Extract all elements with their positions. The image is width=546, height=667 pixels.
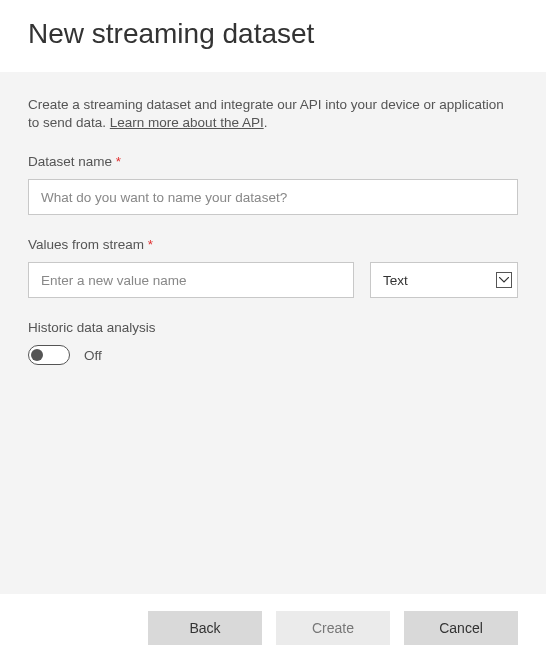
dataset-name-input[interactable] [28, 179, 518, 215]
dataset-name-group: Dataset name * [28, 154, 518, 215]
values-from-stream-label-text: Values from stream [28, 237, 144, 252]
toggle-knob-icon [31, 349, 43, 361]
chevron-down-icon [496, 272, 512, 288]
value-type-select[interactable]: Text [370, 262, 518, 298]
required-marker: * [148, 237, 153, 252]
values-from-stream-label: Values from stream * [28, 237, 518, 252]
dialog-body: Create a streaming dataset and integrate… [0, 72, 546, 594]
dataset-name-label: Dataset name * [28, 154, 518, 169]
values-from-stream-group: Values from stream * Text [28, 237, 518, 298]
value-row: Text [28, 262, 518, 298]
dataset-name-label-text: Dataset name [28, 154, 112, 169]
historic-state-label: Off [84, 348, 102, 363]
historic-toggle[interactable] [28, 345, 70, 365]
intro-text: Create a streaming dataset and integrate… [28, 96, 518, 132]
historic-label: Historic data analysis [28, 320, 518, 335]
learn-more-link[interactable]: Learn more about the API [110, 115, 264, 130]
intro-after: . [264, 115, 268, 130]
historic-toggle-row: Off [28, 345, 518, 365]
required-marker: * [116, 154, 121, 169]
dialog-header: New streaming dataset [0, 0, 546, 72]
cancel-button[interactable]: Cancel [404, 611, 518, 645]
page-title: New streaming dataset [28, 18, 518, 50]
historic-group: Historic data analysis Off [28, 320, 518, 365]
dialog-footer: Back Create Cancel [0, 594, 546, 661]
back-button[interactable]: Back [148, 611, 262, 645]
create-button[interactable]: Create [276, 611, 390, 645]
value-name-input[interactable] [28, 262, 354, 298]
